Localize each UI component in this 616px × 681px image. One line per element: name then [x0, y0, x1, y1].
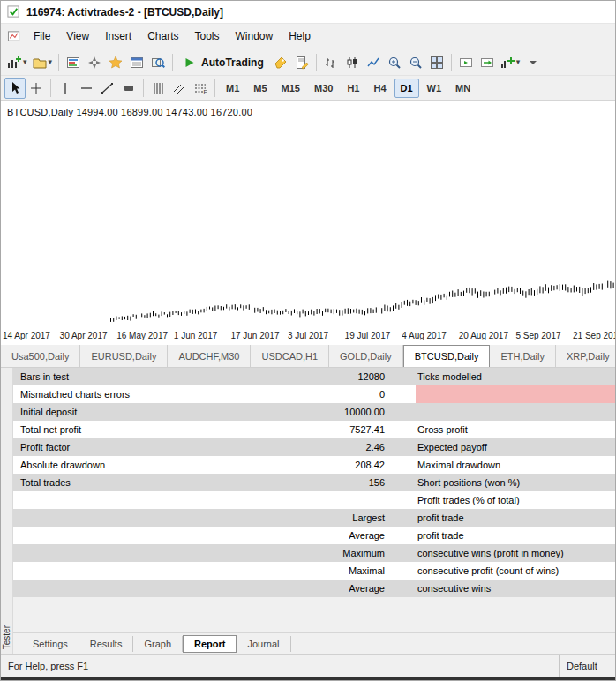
chart-tab-eth-daily[interactable]: ETH,Daily: [490, 345, 556, 367]
caret-down-icon[interactable]: ▾: [49, 58, 53, 66]
report-value: Average: [349, 530, 385, 541]
overflow-caret-button[interactable]: [522, 52, 544, 73]
chart-tab-gold-daily[interactable]: GOLD,Daily: [329, 345, 403, 367]
report-cell-left: Absolute drawdown208.42: [13, 456, 416, 474]
new-chart-button[interactable]: ▾: [4, 52, 30, 73]
menu-window[interactable]: Window: [228, 26, 282, 46]
chart-area[interactable]: BTCUSD,Daily 14994.00 16899.00 14743.00 …: [1, 100, 615, 345]
line-chart-icon: [366, 56, 380, 70]
tester-tab-journal[interactable]: Journal: [237, 636, 290, 652]
report-cell-left: Mismatched charts errors0: [13, 385, 416, 403]
main-toolbar: ▾▾AutoTrading▾: [1, 49, 615, 75]
indicators-button[interactable]: ▾: [498, 52, 523, 73]
vertical-line-icon: [58, 81, 72, 95]
caret-down-icon[interactable]: ▾: [516, 58, 521, 66]
report-cell-left: Average: [13, 527, 416, 544]
chart-tab-eurusd-daily[interactable]: EURUSD,Daily: [80, 345, 168, 367]
market-watch-button[interactable]: [63, 52, 84, 73]
chart-tab-usa500-daily[interactable]: Usa500,Daily: [1, 345, 80, 367]
timeframe-bar: M1M5M15M30H1H4D1W1MN: [219, 79, 477, 98]
crosshair-button[interactable]: [26, 78, 47, 99]
chart-tab-usdcad-h1[interactable]: USDCAD,H1: [251, 345, 329, 367]
timeframe-m30-button[interactable]: M30: [308, 79, 339, 98]
menu-file[interactable]: File: [26, 26, 58, 46]
chart-shift-button[interactable]: [477, 52, 498, 73]
tester-tab-results[interactable]: Results: [79, 636, 134, 652]
chart-tab-btcusd-daily[interactable]: BTCUSD,Daily: [403, 345, 491, 367]
candlestick-chart-button[interactable]: [342, 52, 363, 73]
auto-scroll-button[interactable]: [455, 52, 477, 73]
data-window-button[interactable]: [126, 52, 147, 73]
profiles-button[interactable]: ▾: [30, 52, 56, 73]
timeframe-m5-button[interactable]: M5: [247, 79, 273, 98]
metaeditor-icon: [295, 56, 309, 70]
menu-insert[interactable]: Insert: [97, 26, 139, 46]
chart-tab-xrp-daily[interactable]: XRP,Daily: [556, 345, 616, 367]
report-label-right: profit trade: [417, 513, 464, 523]
report-value: Maximum: [342, 548, 385, 558]
rectangle-button[interactable]: [118, 78, 139, 99]
report-cell-right: Expected payoff: [416, 438, 615, 456]
report-value: 0: [379, 389, 385, 400]
report-row: Maximalconsecutive profit (count of wins…: [13, 562, 615, 580]
cursor-button[interactable]: [4, 78, 26, 99]
trendline-button[interactable]: [97, 78, 118, 99]
bar-chart-button[interactable]: [320, 52, 342, 73]
menu-view[interactable]: View: [58, 26, 97, 46]
zoom-out-button[interactable]: [405, 52, 426, 73]
chart-window-icon: [7, 30, 21, 43]
zoom-in-button[interactable]: [384, 52, 405, 73]
navigator-button[interactable]: [84, 52, 105, 73]
timeframe-d1-button[interactable]: D1: [394, 79, 419, 98]
metaeditor-button[interactable]: [291, 52, 312, 73]
horizontal-line-button[interactable]: [76, 78, 97, 99]
data-window-icon: [130, 56, 144, 70]
status-profile[interactable]: Default: [559, 655, 615, 677]
channel-icon: [151, 81, 165, 95]
menu-help[interactable]: Help: [281, 26, 319, 46]
caret-down-icon[interactable]: ▾: [23, 58, 27, 66]
tester-tab-settings[interactable]: Settings: [22, 636, 79, 652]
menu-charts[interactable]: Charts: [139, 26, 186, 46]
overflow-caret-icon: [526, 56, 540, 70]
tester-tab-report[interactable]: Report: [183, 635, 237, 653]
rectangle-icon: [122, 81, 136, 95]
drawing-tools: F: [4, 78, 219, 99]
fibonacci-icon: F: [193, 81, 207, 95]
report-cell-left: Profit factor2.46: [13, 438, 416, 456]
navigator-icon: [87, 56, 101, 70]
parallel-lines-button[interactable]: [169, 78, 190, 99]
bar-chart-icon: [324, 56, 338, 70]
timeframe-w1-button[interactable]: W1: [421, 79, 448, 98]
timeframe-h4-button[interactable]: H4: [367, 79, 392, 98]
chart-tab-audchf-m30[interactable]: AUDCHF,M30: [168, 345, 251, 367]
horizontal-line-icon: [79, 81, 94, 95]
report-value: 208.42: [355, 460, 385, 470]
vertical-line-button[interactable]: [55, 78, 76, 99]
strategy-tester-button[interactable]: [147, 52, 169, 73]
ohlc-label: BTCUSD,Daily 14994.00 16899.00 14743.00 …: [7, 107, 252, 117]
new-order-button[interactable]: [270, 52, 291, 73]
tester-strip[interactable]: Tester: [1, 368, 13, 654]
window-title: 116974: Activtrades-2 - [BTCUSD,Daily]: [26, 6, 223, 19]
report-cell-right: Gross profit: [416, 421, 615, 438]
menu-tools[interactable]: Tools: [187, 26, 228, 46]
report-cell-right: Maximal drawdown: [416, 456, 615, 474]
timeframe-m15-button[interactable]: M15: [275, 79, 306, 98]
report-row: Bars in test12080Ticks modelled: [13, 368, 615, 385]
line-chart-button[interactable]: [363, 52, 384, 73]
tile-windows-button[interactable]: [426, 52, 447, 73]
toolbar-separator: [451, 54, 452, 71]
timeframe-h1-button[interactable]: H1: [341, 79, 365, 98]
report-cell-left: Total net profit7527.41: [13, 421, 416, 438]
channel-button[interactable]: [147, 78, 169, 99]
autotrading-button[interactable]: AutoTrading: [177, 52, 270, 73]
x-axis-label: 14 Apr 2017: [3, 331, 50, 340]
timeframe-mn-button[interactable]: MN: [449, 79, 477, 98]
status-profile-label: Default: [567, 661, 597, 671]
menu-bar: FileViewInsertChartsToolsWindowHelp: [1, 24, 615, 49]
favorites-button[interactable]: [105, 52, 126, 73]
timeframe-m1-button[interactable]: M1: [220, 79, 245, 98]
fibonacci-button[interactable]: F: [190, 78, 211, 99]
tester-tab-graph[interactable]: Graph: [133, 636, 183, 652]
